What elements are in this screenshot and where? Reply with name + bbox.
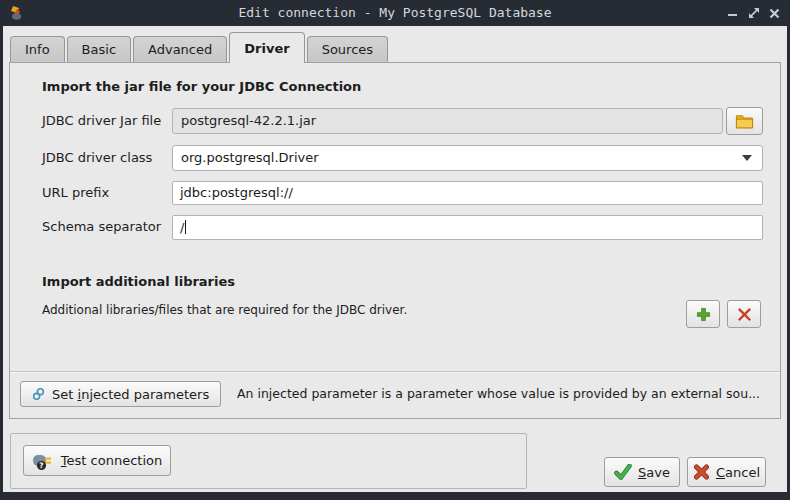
set-injected-parameters-button[interactable]: Set injected parameters	[20, 381, 221, 407]
jar-section-heading: Import the jar file for your JDBC Connec…	[42, 79, 361, 94]
url-prefix-input[interactable]: jdbc:postgresql://	[172, 181, 763, 205]
plug-question-icon: ?	[32, 451, 55, 471]
libs-description: Additional libraries/files that are requ…	[42, 303, 407, 317]
dialog-body: Info Basic Advanced Driver Sources Impor…	[3, 26, 787, 492]
schema-separator-input[interactable]: /	[172, 215, 763, 240]
plus-icon	[696, 307, 711, 322]
tab-bar: Info Basic Advanced Driver Sources	[10, 32, 388, 62]
driver-tab-panel: Import the jar file for your JDBC Connec…	[9, 62, 781, 419]
red-cross-icon	[693, 464, 710, 480]
window-title: Edit connection - My PostgreSQL Database	[0, 5, 790, 20]
browse-jar-button[interactable]	[726, 107, 763, 135]
edit-connection-dialog: Edit connection - My PostgreSQL Database…	[0, 0, 790, 500]
injected-description: An injected parameter is a parameter who…	[237, 386, 772, 401]
set-injected-parameters-label: Set injected parameters	[52, 387, 209, 402]
remove-library-button[interactable]	[727, 300, 761, 328]
driver-class-value: org.postgresql.Driver	[181, 150, 319, 165]
titlebar[interactable]: Edit connection - My PostgreSQL Database	[0, 0, 790, 26]
green-check-icon	[614, 464, 632, 480]
test-connection-button[interactable]: ? Test connection	[23, 445, 171, 476]
save-button[interactable]: Save	[604, 457, 680, 487]
red-x-icon	[737, 307, 752, 322]
chevron-down-icon	[742, 155, 752, 161]
text-caret	[185, 220, 186, 234]
panel-separator	[10, 371, 780, 373]
minimize-icon[interactable]	[726, 7, 739, 20]
restore-icon[interactable]	[747, 7, 760, 20]
tab-basic[interactable]: Basic	[67, 36, 131, 62]
jar-file-label: JDBC driver Jar file	[42, 113, 161, 128]
libs-section-heading: Import additional libraries	[42, 274, 235, 289]
url-prefix-label: URL prefix	[42, 185, 109, 200]
jar-file-field[interactable]: postgresql-42.2.1.jar	[172, 108, 723, 134]
tab-advanced[interactable]: Advanced	[133, 36, 227, 62]
tab-info[interactable]: Info	[10, 36, 65, 62]
save-label: Save	[638, 465, 670, 480]
folder-icon	[735, 114, 754, 129]
tab-driver[interactable]: Driver	[229, 32, 304, 63]
window-controls	[726, 0, 781, 26]
close-icon[interactable]	[768, 7, 781, 20]
tab-sources[interactable]: Sources	[307, 36, 388, 62]
schema-separator-label: Schema separator	[42, 219, 161, 234]
svg-text:?: ?	[39, 461, 43, 470]
chain-link-icon	[32, 387, 45, 401]
add-library-button[interactable]	[686, 300, 720, 328]
test-connection-label: Test connection	[61, 453, 163, 468]
cancel-button[interactable]: Cancel	[687, 457, 766, 487]
cancel-label: Cancel	[716, 465, 760, 480]
driver-class-combo[interactable]: org.postgresql.Driver	[172, 145, 763, 171]
driver-class-label: JDBC driver class	[42, 150, 152, 165]
